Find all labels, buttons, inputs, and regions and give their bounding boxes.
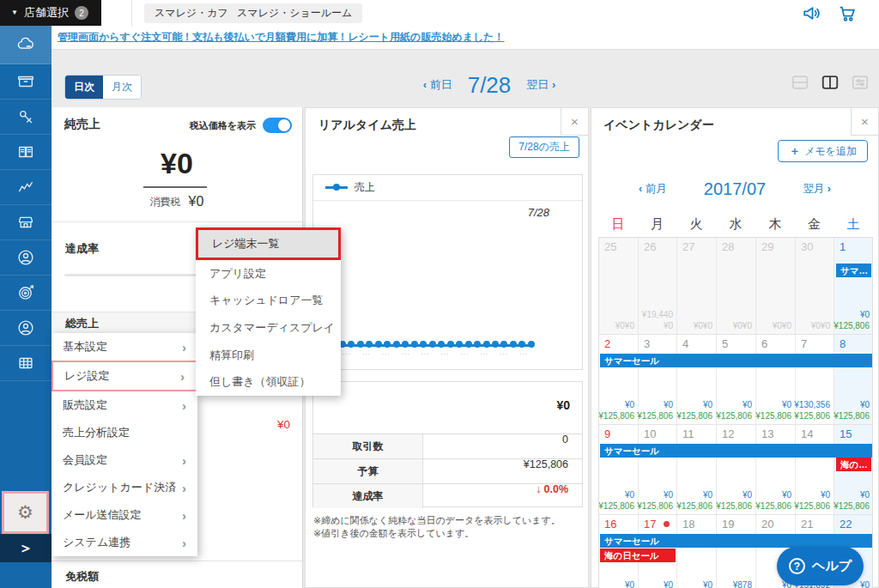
settings-menu-item[interactable]: 基本設定› [52,333,197,361]
calendar-day-6[interactable]: 6¥0¥125,806 [756,335,796,424]
calendar-day-9[interactable]: 9¥0¥125,806 [599,425,639,514]
summary-table-row: 達成率↓0.0% [313,483,582,508]
sidebar-item-member[interactable] [0,311,52,346]
settings-menu-item[interactable]: レジ設定› [52,361,197,391]
calendar-day-11[interactable]: 11¥0¥125,806 [677,425,717,514]
event-bar[interactable]: サマーセール [600,354,872,367]
calendar-day-5[interactable]: 5¥0¥125,806 [717,335,756,424]
settings-menu-item[interactable]: 売上分析設定 [52,419,197,446]
store-selector-button[interactable]: ▼ 店舗選択 2 [0,0,101,26]
sidebar-item-settings[interactable]: ⚙ [2,491,49,534]
tab-monthly[interactable]: 月次 [103,76,141,99]
cell-value-1: ¥0 [860,310,870,320]
calendar-day-25[interactable]: 25¥0¥0 [599,238,639,334]
sidebar-item-person[interactable] [0,240,52,276]
menu-item-label: システム連携 [63,535,130,550]
day-sales-button[interactable]: 7/28の売上 [509,136,579,158]
current-month[interactable]: 2017/07 [704,179,766,199]
sidebar-item-cloud[interactable] [0,26,52,64]
calendar-day-7[interactable]: 7¥130,356¥125,806 [796,335,834,424]
register-menu-item[interactable]: キャッシュドロア一覧 [196,287,341,314]
add-memo-button[interactable]: ＋ メモを追加 [778,140,868,162]
cell-value-1: ¥0 [743,400,752,410]
settings-menu-item[interactable]: メール送信設定› [52,501,197,529]
calendar-day-2[interactable]: 2¥0¥125,806 [599,335,639,424]
sidebar-item-chart[interactable] [0,170,52,205]
announcement-link[interactable]: 管理画面からすぐ注文可能！支払も後払いで月額費用に加算！レシート用紙の販売始めま… [58,30,505,45]
day-number: 30 [801,240,834,253]
cell-value-1: ¥0 [625,400,634,410]
event-bar[interactable]: 海の日セール [600,549,676,562]
event-bar[interactable]: サマーセール [600,534,872,548]
register-menu-item[interactable]: レジ端末一覧 [196,227,341,260]
calendar-day-8[interactable]: 8¥0¥125,806 [834,335,873,424]
calendar-day-10[interactable]: 10¥0¥125,806 [639,425,677,514]
day-number: 29 [761,240,795,253]
shop-tab-showroom[interactable]: スマレジ・ショールーム [227,3,362,23]
calendar-day-13[interactable]: 13¥0¥125,806 [756,425,796,514]
cell-value-1: ¥0 [743,490,752,500]
current-date[interactable]: 7/28 [468,72,512,99]
register-menu-item[interactable]: 精算印刷 [196,342,341,369]
calendar-day-29[interactable]: 29¥0¥0 [756,238,796,334]
cart-icon[interactable] [837,3,858,24]
close-icon[interactable]: × [561,108,588,136]
summary-table: 取引数0予算¥125,806達成率↓0.0% [313,433,582,508]
prev-day-button[interactable]: ‹ 前日 [423,77,452,93]
tax-included-toggle[interactable] [263,118,292,133]
sidebar-item-box[interactable] [0,64,52,100]
calendar-day-27[interactable]: 27¥0¥0 [677,238,717,334]
next-month-button[interactable]: 翌月 › [803,182,831,197]
announcement-banner: 管理画面からすぐ注文可能！支払も後払いで月額費用に加算！レシート用紙の販売始めま… [52,26,879,50]
chart-data-points [339,341,535,348]
calendar-day-12[interactable]: 12¥0¥125,806 [717,425,756,514]
event-badge[interactable]: 海の… [836,458,871,471]
calendar-day-14[interactable]: 14¥0¥125,806 [796,425,834,514]
event-badge[interactable]: サマ… [836,264,871,277]
close-icon[interactable]: × [851,108,878,136]
cell-value-2: ¥125,806 [676,411,712,421]
legend-label: 売上 [355,180,375,195]
calendar-day-18[interactable]: 18¥0 [677,515,717,588]
layout-columns-icon[interactable] [820,73,840,92]
sliders-icon[interactable] [850,73,870,92]
sidebar-item-book[interactable] [0,135,52,170]
tab-daily[interactable]: 日次 [65,76,103,99]
cell-value-2: ¥125,806 [637,501,673,512]
register-menu-item[interactable]: アプリ設定 [196,260,341,288]
chart-dot [393,341,400,348]
sidebar-item-key[interactable] [0,100,52,135]
sidebar-item-target[interactable] [0,276,52,311]
calendar-day-30[interactable]: 30¥0¥0 [796,238,834,334]
settings-menu-item[interactable]: システム連携› [52,529,197,556]
sidebar-item-store[interactable] [0,205,52,240]
sidebar-expand-button[interactable]: ＞ [0,534,52,562]
cell-value-2: ¥125,806 [598,501,634,512]
x-tick-label: ··· [519,351,528,357]
calendar-day-26[interactable]: 26¥19,440¥0 [639,238,677,334]
prev-month-button[interactable]: ‹ 前月 [639,182,667,197]
calendar-day-1[interactable]: 1サマ…¥0¥125,806 [834,238,873,334]
chevron-right-icon: › [182,508,186,523]
help-button[interactable]: ? ヘルプ [777,547,864,585]
megaphone-icon[interactable] [801,3,822,24]
day-number: 12 [722,427,755,440]
question-icon: ? [789,558,805,574]
calendar-day-4[interactable]: 4¥0¥125,806 [677,335,717,424]
arrow-down-icon: ↓ [536,484,541,494]
calendar-day-15[interactable]: 15海の…¥0¥125,806 [834,425,873,514]
next-day-button[interactable]: 翌日 › [526,77,555,93]
register-menu-item[interactable]: カスタマーディスプレイ [196,314,341,342]
day-number: 25 [604,240,638,253]
calendar-day-19[interactable]: 19¥878 [717,515,756,588]
cell-value-2: ¥125,806 [834,501,870,512]
register-menu-item[interactable]: 但し書き（領収証） [196,368,341,396]
event-bar[interactable]: サマーセール [600,444,872,458]
settings-menu-item[interactable]: 会員設定› [52,446,197,474]
settings-menu-item[interactable]: 販売設定› [52,391,197,419]
calendar-day-28[interactable]: 28¥0¥0 [717,238,756,334]
sidebar-item-grid[interactable] [0,346,52,381]
layout-rows-icon[interactable] [790,73,810,92]
calendar-day-3[interactable]: 3¥0¥125,806 [639,335,677,424]
settings-menu-item[interactable]: クレジットカード決済› [52,474,197,501]
